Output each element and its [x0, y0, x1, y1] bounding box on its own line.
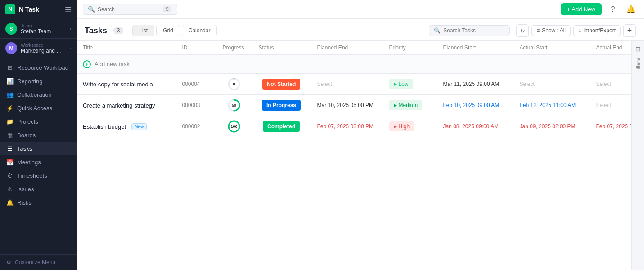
task-planned-start-cell[interactable]: Feb 10, 2025 09:00 AM [437, 95, 513, 116]
refresh-button[interactable]: ↻ [516, 24, 529, 37]
sidebar-item-collaboration[interactable]: 👥 Collaboration [0, 88, 77, 101]
task-actual-end-cell[interactable]: Select⋮ [590, 74, 631, 95]
task-title-cell[interactable]: Establish budgetNew [77, 116, 176, 137]
tab-grid[interactable]: Grid [156, 25, 180, 36]
task-planned-start-cell[interactable]: Mar 11, 2025 09:00 AM [437, 74, 513, 95]
filters-panel: ⊟ Filters [631, 41, 644, 270]
tab-calendar[interactable]: Calendar [182, 25, 217, 36]
filter-icon[interactable]: ⊟ [635, 45, 641, 53]
issues-icon: ⚠ [6, 185, 14, 193]
task-actual-end-cell[interactable]: Feb 07, 2025 0...⋮ [590, 116, 631, 137]
task-actual-start-cell[interactable]: Jan 09, 2025 02:00 PM [513, 116, 590, 137]
search-shortcut: S [163, 6, 171, 12]
task-priority-cell[interactable]: ▶Medium [383, 95, 437, 116]
col-progress: Progress [216, 41, 252, 55]
task-planned-end-cell[interactable]: Mar 10, 2025 05:00 PM [311, 95, 383, 116]
search-tasks-icon: 🔍 [434, 27, 441, 34]
sidebar-item-meetings[interactable]: 📅 Meetings [0, 155, 77, 169]
tab-list[interactable]: List [132, 25, 154, 36]
sidebar-item-resource-workload[interactable]: ⊞ Resource Workload [0, 61, 77, 74]
sidebar-item-timesheets[interactable]: ⏱ Timesheets [0, 169, 77, 182]
sidebar-item-label: Boards [17, 132, 70, 139]
task-actual-start-cell[interactable]: Select [513, 74, 590, 95]
new-badge: New [131, 123, 147, 130]
workspace-avatar: M [5, 42, 17, 54]
meetings-icon: 📅 [6, 158, 14, 166]
sidebar-item-quick-access[interactable]: ⚡ Quick Access [0, 101, 77, 115]
sidebar-item-boards[interactable]: ▦ Boards [0, 128, 77, 142]
sidebar-item-label: Reporting [17, 78, 70, 85]
workspace-section[interactable]: M Workspace Marketing and Gr... › [0, 39, 77, 58]
task-id-cell: 000002 [176, 116, 216, 137]
task-title-cell[interactable]: Create a marketing strategy [77, 95, 176, 116]
sidebar-item-label: Tasks [17, 145, 70, 152]
col-status: Status [252, 41, 311, 55]
notifications-icon[interactable]: 🔔 [624, 3, 638, 16]
search-input[interactable] [98, 6, 161, 13]
table-row: Create a marketing strategy000003 50 In … [77, 95, 631, 116]
add-column-button[interactable]: + [623, 24, 636, 37]
show-button[interactable]: ≡ Show : All [531, 25, 571, 36]
col-id: ID [176, 41, 216, 55]
sidebar-item-risks[interactable]: 🔔 Risks [0, 196, 77, 209]
risks-icon: 🔔 [6, 199, 14, 206]
col-planned-start: Planned Start [437, 41, 513, 55]
filters-label[interactable]: Filters [635, 58, 641, 73]
add-task-row[interactable]: + Add new task [77, 55, 631, 74]
task-table: Title ID Progress Status Planned End Pri… [77, 41, 631, 137]
search-tasks-input[interactable] [443, 27, 502, 34]
global-search[interactable]: 🔍 S [83, 4, 177, 15]
customize-menu-button[interactable]: ⚙ Customize Menu [6, 259, 70, 266]
team-section[interactable]: S Team Stefan Team › [0, 19, 77, 39]
task-planned-end-cell[interactable]: Feb 07, 2025 03:00 PM [311, 116, 383, 137]
sidebar-item-label: Projects [17, 118, 70, 125]
sidebar-item-projects[interactable]: 📁 Projects [0, 115, 77, 128]
add-task-button[interactable]: + Add new task [77, 57, 631, 72]
table-row: Establish budgetNew000002 100 CompletedF… [77, 116, 631, 137]
sidebar-item-label: Quick Access [17, 105, 70, 112]
sidebar-item-issues[interactable]: ⚠ Issues [0, 182, 77, 196]
col-title: Title [77, 41, 176, 55]
sidebar-item-tasks[interactable]: ☰ Tasks [0, 142, 77, 155]
task-title-cell[interactable]: Write copy for social media [77, 74, 176, 95]
import-icon: ↕ [578, 27, 581, 34]
customize-menu-label: Customize Menu [15, 259, 55, 266]
add-new-button[interactable]: + Add New [561, 3, 602, 15]
sidebar-item-label: Resource Workload [17, 64, 70, 71]
help-icon[interactable]: ? [606, 3, 620, 16]
sidebar-item-label: Collaboration [17, 91, 70, 98]
task-priority-cell[interactable]: ▶High [383, 116, 437, 137]
col-priority: Priority [383, 41, 437, 55]
col-actual-start: Actual Start [513, 41, 590, 55]
filter-icon: ≡ [536, 27, 540, 34]
task-status-cell[interactable]: Not Started [252, 74, 311, 95]
sidebar-nav: ⊞ Resource Workload 📊 Reporting 👥 Collab… [0, 58, 77, 254]
header-actions: ↻ ≡ Show : All ↕ Import/Export + [516, 24, 636, 37]
team-chevron-icon: › [70, 27, 71, 32]
sidebar-item-reporting[interactable]: 📊 Reporting [0, 74, 77, 88]
view-tabs: List Grid Calendar [132, 25, 217, 36]
task-count-badge: 3 [113, 27, 124, 34]
table-row: Write copy for social media000004 0 Not … [77, 74, 631, 95]
task-actual-start-cell[interactable]: Feb 12, 2025 11:00 AM [513, 95, 590, 116]
task-planned-end-cell[interactable]: Select [311, 74, 383, 95]
sidebar-toggle[interactable]: ☰ [65, 5, 71, 14]
show-label: Show : All [542, 27, 566, 34]
task-planned-start-cell[interactable]: Jan 08, 2025 09:00 AM [437, 116, 513, 137]
team-label: Team [21, 23, 66, 28]
task-status-cell[interactable]: In Progress [252, 95, 311, 116]
import-export-button[interactable]: ↕ Import/Export [573, 25, 621, 36]
quick-access-icon: ⚡ [6, 104, 14, 112]
page-title: Tasks [85, 26, 107, 36]
task-id: 000002 [182, 123, 200, 130]
task-name: Establish budget [83, 123, 126, 130]
search-tasks[interactable]: 🔍 [429, 25, 510, 36]
task-actual-end-cell[interactable]: Select⋮ [590, 95, 631, 116]
task-progress-cell: 50 [216, 95, 252, 116]
task-status-cell[interactable]: Completed [252, 116, 311, 137]
task-priority-cell[interactable]: ▶Low [383, 74, 437, 95]
sidebar-footer: ⚙ Customize Menu [0, 254, 77, 270]
task-id: 000003 [182, 102, 200, 108]
sidebar-item-label: Timesheets [17, 172, 70, 179]
page-header: Tasks 3 List Grid Calendar 🔍 ↻ ≡ Show : … [77, 19, 644, 41]
